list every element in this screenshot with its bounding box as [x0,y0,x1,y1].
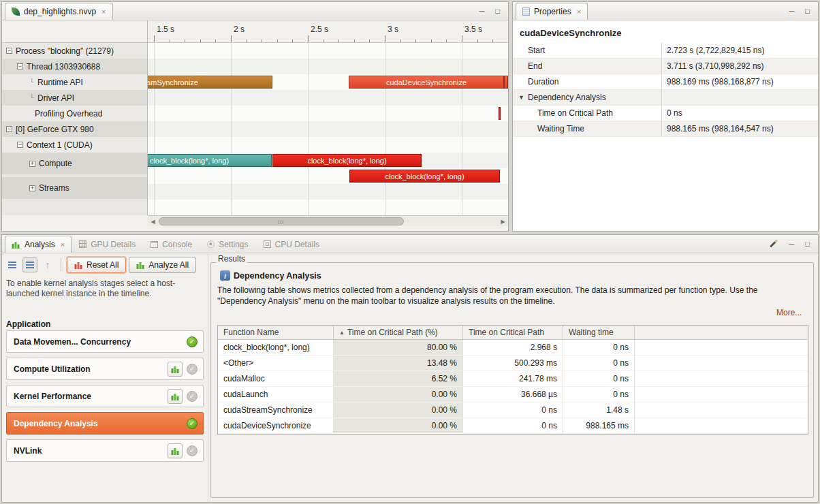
close-icon[interactable]: × [577,7,581,16]
tab-settings[interactable]: Settings [200,236,255,253]
cell-critical-path-time: 36.668 µs [463,387,563,403]
tree-row-filler [2,199,147,215]
timeline-bar-cudadevicesynchronize-sliver[interactable] [504,76,508,89]
column-header-critical-path-pct[interactable]: ▲ Time on Critical Path (%) [334,326,463,339]
property-row[interactable]: Time on Critical Path 0 ns [513,106,818,121]
collapse-icon[interactable]: − [17,142,23,148]
minimize-icon[interactable]: ─ [789,6,795,16]
stage-label: Dependency Analysis [14,419,187,428]
minimize-icon[interactable]: ─ [479,6,485,16]
collapse-icon[interactable]: − [6,126,12,132]
tree-row-gpu[interactable]: − [0] GeForce GTX 980 [2,121,147,137]
maximize-icon[interactable]: □ [805,6,810,16]
cell-critical-path-pct: 13.48 % [334,356,463,371]
cell-filler [635,356,808,371]
expanded-triangle-icon[interactable]: ▼ [518,94,524,101]
column-header-critical-path-time[interactable]: Time on Critical Path [463,326,563,339]
button-label: Reset All [86,260,119,270]
cell-critical-path-time: 2.968 s [463,340,563,356]
tree-row-compute[interactable]: + Compute [2,153,147,174]
timeline-hscrollbar[interactable]: ◀ ▶ [148,215,508,226]
timeline-canvas[interactable]: cudaStreamSynchronize cudaDeviceSynchron… [148,43,508,215]
timeline-bar-cudadevicesynchronize[interactable]: cudaDeviceSynchronize [349,76,504,89]
maximize-icon[interactable]: □ [805,239,810,249]
run-stage-analysis-button[interactable] [168,443,183,458]
analyze-all-button[interactable]: Analyze All [129,257,196,273]
property-label: Waiting Time [513,124,661,133]
close-icon[interactable]: × [61,240,65,249]
collapse-icon[interactable]: − [6,48,12,54]
timeline-tabbar: dep_highlights.nvvp × [2,2,508,20]
stage-label: Data Movemen... Concurrency [14,337,187,347]
column-header-function-name[interactable]: Function Name [218,326,334,339]
timeline-bar-clock-block-red-2[interactable]: clock_block(long*, long) [349,170,500,183]
tab-analysis[interactable]: Analysis × [5,236,72,253]
more-link[interactable]: More... [776,308,802,317]
bar-label: cudaStreamSynchronize [148,78,198,86]
table-row[interactable]: cudaDeviceSynchronize 0.00 % 0 ns 988.16… [218,418,808,434]
tree-row-driver-api[interactable]: └ Driver API [2,90,147,106]
tab-gpu-details[interactable]: GPU Details [72,236,143,253]
tree-row-context[interactable]: − Context 1 (CUDA) [2,137,147,153]
tree-row-runtime-api[interactable]: └ Runtime API [2,74,147,90]
run-stage-analysis-button[interactable] [168,362,183,377]
timeline-bar-profiling-overhead[interactable] [499,107,501,120]
tree-row-streams[interactable]: + Streams [2,177,147,199]
guided-analysis-view-icon[interactable] [22,257,37,272]
dependency-analysis-table: Function Name ▲ Time on Critical Path (%… [217,325,808,435]
property-row[interactable]: End 3.711 s (3,710,998,292 ns) [513,59,818,74]
timeline-bar-clock-block-teal[interactable]: clock_block(long*, long) [148,154,272,167]
table-row[interactable]: cudaLaunch 0.00 % 36.668 µs 0 ns [218,387,808,403]
panel-sash[interactable] [208,254,208,502]
table-row[interactable]: clock_block(long*, long) 80.00 % 2.968 s… [218,340,808,356]
run-stage-analysis-button[interactable] [168,389,183,404]
property-label: Start [513,46,661,55]
properties-tabbar: Properties × [513,2,818,20]
stage-data-movement-concurrency[interactable]: Data Movemen... Concurrency ✓ [6,330,204,353]
reset-all-button[interactable]: Reset All [67,257,126,273]
tab-cpu-details[interactable]: CPU Details [256,236,327,253]
stage-list-view-icon[interactable] [5,257,20,272]
timeline-bar-clock-block-red-1[interactable]: clock_block(long*, long) [272,154,422,167]
properties-view: Properties × ─ □ cudaDeviceSynchronize S… [512,1,819,232]
tab-timeline-file[interactable]: dep_highlights.nvvp × [5,3,113,20]
tab-properties[interactable]: Properties × [516,3,588,20]
table-row[interactable]: cudaMalloc 6.52 % 241.78 ms 0 ns [218,371,808,387]
tree-label: Compute [39,159,72,168]
scroll-left-icon[interactable]: ◀ [148,217,157,225]
stage-dependency-analysis[interactable]: Dependency Analysis ✓ [6,412,204,435]
cell-waiting-time: 0 ns [563,371,635,387]
column-header-waiting-time[interactable]: Waiting time [563,326,635,339]
stage-compute-utilization[interactable]: Compute Utilization ✓ [6,358,204,380]
maximize-icon[interactable]: □ [495,6,500,16]
property-row-dependency-analysis[interactable]: ▼ Dependency Analysis [513,90,818,106]
branch-icon: └ [29,78,34,86]
column-header-filler [635,326,808,339]
timeline-bar-cudastreamsynchronize[interactable]: cudaStreamSynchronize [148,76,272,89]
close-icon[interactable]: × [101,7,106,16]
scrollbar-thumb[interactable] [159,217,404,225]
collapse-icon[interactable]: − [17,63,23,69]
expand-icon[interactable]: + [29,185,35,191]
back-up-icon[interactable]: ↑ [40,257,55,272]
property-value: 0 ns [661,108,682,118]
expand-icon[interactable]: + [29,161,35,167]
tree-row-profiling-overhead[interactable]: Profiling Overhead [2,106,147,121]
table-row[interactable]: <Other> 13.48 % 500.293 ms 0 ns [218,356,808,371]
property-row[interactable]: Duration 988.169 ms (988,168,877 ns) [513,74,818,90]
tab-console[interactable]: Console [143,236,200,253]
tree-row-process[interactable]: − Process "blocking" (21279) [2,43,147,59]
scroll-right-icon[interactable]: ▶ [499,217,507,225]
ruler-tick-label: 2.5 s [311,25,328,34]
property-row[interactable]: Waiting Time 988.165 ms (988,164,547 ns) [513,121,818,137]
stage-kernel-performance[interactable]: Kernel Performance ✓ [6,385,204,407]
table-row[interactable]: cudaStreamSynchronize 0.00 % 0 ns 1.48 s [218,403,808,418]
tree-row-thread[interactable]: − Thread 1303930688 [2,59,147,74]
stage-nvlink[interactable]: NVLink ✓ [6,439,204,462]
tree-label: Context 1 (CUDA) [27,140,93,150]
view-menu-pencil-icon[interactable] [770,239,778,247]
nvvp-window: { "icons": { "close": "×", "minimize": "… [0,0,820,504]
minimize-icon[interactable]: ─ [789,239,795,249]
properties-window-buttons: ─ □ [789,6,810,16]
property-row[interactable]: Start 2.723 s (2,722,829,415 ns) [513,43,818,59]
